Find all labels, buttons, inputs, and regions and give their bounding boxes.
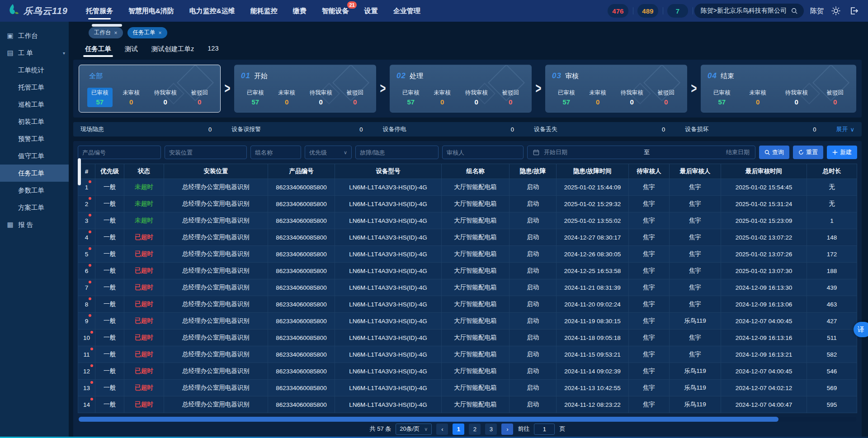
sidebar-item[interactable]: 预警工单 ▾	[0, 130, 69, 147]
table-row[interactable]: 13 一般 已超时 总经理办公室用电器识别 862334060085800 LN…	[78, 380, 857, 396]
sidebar-item[interactable]: ▤ 工 单 ▾	[0, 44, 69, 61]
vertical-scrollbar-thumb[interactable]	[78, 158, 81, 185]
table-row[interactable]: 7 一般 已超时 总经理办公室用电器识别 862334060085800 LN6…	[78, 279, 857, 296]
card-stat[interactable]: 被驳回 0	[653, 88, 679, 107]
counter-badge[interactable]: 7	[667, 4, 688, 18]
expand-link[interactable]: 展开 ∨	[836, 125, 854, 133]
nav-menu-item[interactable]: 企业管理	[393, 0, 420, 22]
sidebar-item[interactable]: 工单统计 ▾	[0, 61, 69, 79]
status-card[interactable]: 全部 已审核 57 未审核	[79, 65, 221, 113]
table-row[interactable]: 4 一般 已超时 总经理办公室用电器识别 862334060085800 LN6…	[78, 229, 857, 246]
sidebar-item[interactable]: 托管工单 ▾	[0, 79, 69, 96]
sidebar-item[interactable]: 任务工单 ▾	[0, 165, 69, 182]
card-stat[interactable]: 未审核 0	[429, 88, 455, 107]
nav-menu-item[interactable]: 托管服务	[86, 0, 113, 22]
nav-menu-item[interactable]: 智慧用电&消防	[128, 0, 174, 22]
card-stat[interactable]: 被驳回 0	[498, 88, 523, 107]
close-icon[interactable]: ×	[114, 30, 118, 36]
breadcrumb-tag[interactable]: 工作台 ×	[89, 27, 123, 38]
date-range-picker[interactable]: 开始日期 至 结束日期	[527, 146, 755, 159]
counter-badge[interactable]: 476	[608, 4, 628, 18]
filter-text-field[interactable]	[309, 149, 342, 156]
card-stat[interactable]: 被驳回 0	[187, 88, 212, 107]
table-row[interactable]: 9 一般 已超时 总经理办公室用电器识别 862334060085800 LN6…	[78, 313, 857, 330]
nav-menu-item[interactable]: 电力监控&运维	[189, 0, 235, 22]
card-stat[interactable]: 待我审核 0	[617, 88, 647, 107]
card-stat[interactable]: 待我审核 0	[306, 88, 336, 107]
filter-input[interactable]: ∨	[442, 146, 524, 159]
table-row[interactable]: 14 一般 已超时 总经理办公室用电器识别 862334060085800 LN…	[78, 396, 857, 413]
logout-button[interactable]	[848, 5, 860, 17]
sidebar-item[interactable]: 初装工单 ▾	[0, 113, 69, 130]
table-row[interactable]: 12 一般 已超时 总经理办公室用电器识别 862334060085800 LN…	[78, 363, 857, 380]
status-card[interactable]: 04 结束 已审核 57	[701, 65, 856, 113]
close-icon[interactable]: ×	[159, 30, 162, 36]
company-search-box[interactable]: 陈贺>新北京乐鸟科技有限公司	[694, 4, 804, 18]
goto-page-input[interactable]	[534, 424, 555, 435]
nav-menu-item[interactable]: 能耗监控	[250, 0, 278, 22]
sidebar-item[interactable]: ▣ 工作台 ▾	[0, 27, 69, 44]
tab-item[interactable]: 测试	[125, 45, 138, 59]
tab-item[interactable]: 123	[208, 45, 218, 59]
card-stat[interactable]: 待我审核 0	[781, 88, 812, 107]
reset-button[interactable]: 重置	[793, 146, 823, 159]
table-row[interactable]: 5 一般 已超时 总经理办公室用电器识别 862334060085800 LN6…	[78, 246, 857, 263]
card-stat[interactable]: 已审核 57	[87, 88, 113, 107]
filter-text-field[interactable]	[169, 149, 242, 156]
status-card[interactable]: 02 处理 已审核 57	[390, 65, 532, 113]
date-end-placeholder[interactable]: 结束日期	[654, 148, 750, 156]
sidebar-item[interactable]: 参数工单 ▾	[0, 182, 69, 199]
sidebar-item[interactable]: ▦ 报 告 ▾	[0, 216, 69, 233]
card-stat[interactable]: 待我审核 0	[150, 88, 181, 107]
status-card[interactable]: 03 审核 已审核 57	[545, 65, 687, 113]
page-size-select[interactable]: 20条/页 ∨	[396, 424, 432, 435]
table-row[interactable]: 8 一般 已超时 总经理办公室用电器识别 862334060085800 LN6…	[78, 296, 857, 313]
card-stat[interactable]: 未审核 0	[745, 88, 770, 107]
breadcrumb-tag[interactable]: 任务工单 ×	[127, 27, 167, 38]
table-row[interactable]: 11 一般 已超时 总经理办公室用电器识别 862334060085800 LN…	[78, 346, 857, 363]
nav-menu-item[interactable]: 智能设备 21	[322, 0, 349, 22]
table-row[interactable]: 1 一般 未超时 总经理办公室用电器识别 862334060085800 LN6…	[78, 179, 857, 196]
card-stat[interactable]: 已审核 57	[243, 88, 268, 107]
table-row[interactable]: 3 一般 未超时 总经理办公室用电器识别 862334060085800 LN6…	[78, 212, 857, 229]
counter-badge[interactable]: 489	[637, 4, 658, 18]
card-stat[interactable]: 已审核 57	[398, 88, 424, 107]
page-button[interactable]: 3	[485, 424, 497, 435]
card-stat[interactable]: 未审核 0	[118, 88, 144, 107]
filter-input[interactable]: ∨	[355, 146, 439, 159]
app-logo[interactable]: 乐鸟云119	[6, 4, 78, 18]
filter-input[interactable]: ∨	[305, 146, 352, 159]
query-button[interactable]: 查询	[759, 146, 789, 159]
scrollbar-thumb[interactable]	[79, 417, 778, 422]
filter-input[interactable]: ∨	[78, 146, 161, 159]
next-page-button[interactable]: ›	[501, 424, 513, 435]
date-start-placeholder[interactable]: 开始日期	[544, 148, 639, 156]
card-stat[interactable]: 被驳回 0	[342, 88, 368, 107]
status-card[interactable]: 01 开始 已审核 57	[234, 65, 376, 113]
card-stat[interactable]: 被驳回 0	[822, 88, 848, 107]
table-row[interactable]: 6 一般 已超时 总经理办公室用电器识别 862334060085800 LN6…	[78, 263, 857, 279]
page-button[interactable]: 1	[453, 424, 464, 435]
page-button[interactable]: 2	[469, 424, 481, 435]
nav-menu-item[interactable]: 缴费	[293, 0, 307, 22]
filter-input[interactable]: ∨	[250, 146, 301, 159]
filter-input[interactable]: ∨	[165, 146, 247, 159]
nav-menu-item[interactable]: 设置	[364, 0, 378, 22]
translate-floating-button[interactable]: 译	[854, 322, 868, 337]
card-stat[interactable]: 已审核 57	[709, 88, 735, 107]
sidebar-item[interactable]: 值守工单 ▾	[0, 147, 69, 165]
tag-scrollbar-thumb[interactable]	[92, 24, 122, 27]
sidebar-item[interactable]: 巡检工单 ▾	[0, 96, 69, 113]
filter-text-field[interactable]	[82, 149, 156, 156]
prev-page-button[interactable]: ‹	[436, 424, 448, 435]
card-stat[interactable]: 未审核 0	[274, 88, 299, 107]
sidebar-item[interactable]: 方案工单 ▾	[0, 199, 69, 216]
filter-text-field[interactable]	[447, 149, 519, 156]
tab-item[interactable]: 任务工单	[85, 45, 111, 59]
tab-item[interactable]: 测试创建工单z	[151, 45, 194, 59]
filter-text-field[interactable]	[255, 149, 297, 156]
card-stat[interactable]: 已审核 57	[554, 88, 579, 107]
theme-toggle-button[interactable]	[830, 5, 842, 17]
filter-text-field[interactable]	[360, 149, 434, 156]
table-row[interactable]: 2 一般 未超时 总经理办公室用电器识别 862334060085800 LN6…	[78, 196, 857, 212]
